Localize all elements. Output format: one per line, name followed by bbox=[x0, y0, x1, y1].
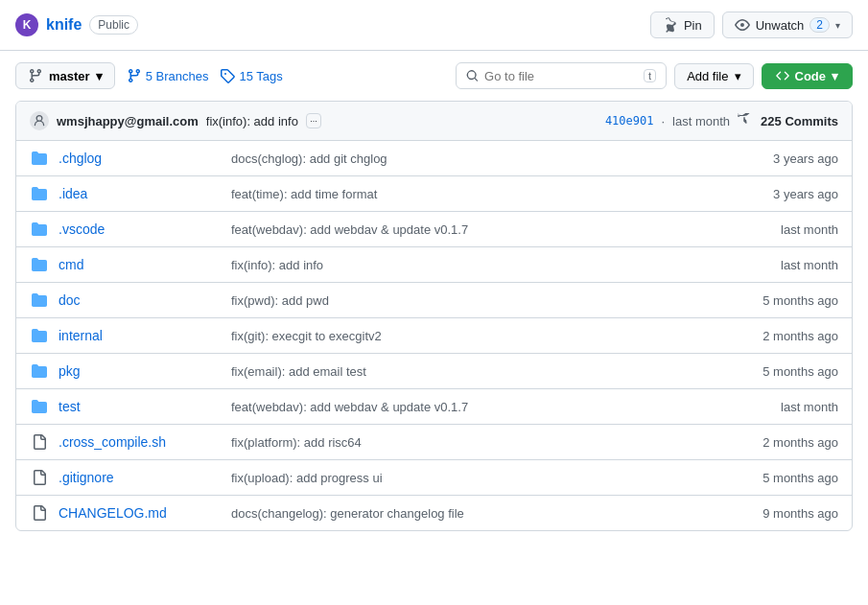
file-commit-message: fix(git): execgit to execgitv2 bbox=[231, 329, 723, 343]
table-row: .cross_compile.sh fix(platform): add ris… bbox=[16, 425, 852, 460]
table-row: .chglog docs(chglog): add git chglog 3 y… bbox=[16, 141, 852, 176]
folder-icon bbox=[32, 328, 47, 343]
search-shortcut: t bbox=[644, 69, 656, 82]
code-button[interactable]: Code ▾ bbox=[762, 63, 854, 89]
header-left: K knife Public bbox=[15, 13, 138, 36]
commit-bar: wmsjhappy@gmail.com fix(info): add info … bbox=[16, 102, 852, 141]
repo-name[interactable]: knife bbox=[46, 16, 82, 34]
folder-icon bbox=[32, 186, 47, 201]
file-name[interactable]: internal bbox=[59, 328, 231, 343]
file-time: last month bbox=[723, 222, 838, 237]
file-icon bbox=[32, 470, 47, 485]
folder-icon bbox=[32, 292, 47, 308]
repo-table: wmsjhappy@gmail.com fix(info): add info … bbox=[15, 101, 853, 531]
dropdown-arrow[interactable]: ▾ bbox=[835, 20, 840, 31]
file-time: 2 months ago bbox=[723, 435, 838, 450]
file-type-icon bbox=[30, 291, 49, 310]
file-name[interactable]: test bbox=[59, 399, 231, 414]
file-commit-message: fix(upload): add progress ui bbox=[231, 471, 723, 485]
file-commit-message: feat(time): add time format bbox=[231, 187, 723, 201]
folder-icon bbox=[32, 257, 47, 272]
file-time: last month bbox=[723, 258, 838, 272]
file-type-icon bbox=[30, 255, 49, 274]
pin-label: Pin bbox=[684, 18, 702, 33]
folder-icon bbox=[32, 363, 47, 379]
code-chevron: ▾ bbox=[832, 69, 838, 83]
commit-bar-left: wmsjhappy@gmail.com fix(info): add info … bbox=[30, 111, 321, 130]
branch-name: master bbox=[49, 69, 90, 83]
file-search[interactable]: t bbox=[456, 62, 667, 89]
history-icon bbox=[738, 113, 753, 128]
file-commit-message: fix(pwd): add pwd bbox=[231, 293, 723, 308]
tags-link[interactable]: 15 Tags bbox=[220, 68, 282, 83]
commit-author-avatar bbox=[30, 111, 49, 130]
add-file-button[interactable]: Add file ▾ bbox=[674, 63, 753, 89]
file-name[interactable]: doc bbox=[59, 292, 231, 308]
pin-button[interactable]: Pin bbox=[650, 12, 715, 38]
commit-separator: · bbox=[661, 114, 665, 128]
pin-icon bbox=[663, 17, 678, 33]
file-name[interactable]: .vscode bbox=[59, 221, 231, 237]
commit-hash[interactable]: 410e901 bbox=[605, 114, 654, 128]
branch-chevron: ▾ bbox=[96, 69, 103, 83]
folder-icon bbox=[32, 221, 47, 237]
table-row: .idea feat(time): add time format 3 year… bbox=[16, 176, 852, 212]
file-time: 5 months ago bbox=[723, 364, 838, 379]
commit-author-name[interactable]: wmsjhappy@gmail.com bbox=[57, 114, 199, 128]
table-row: cmd fix(info): add info last month bbox=[16, 247, 852, 283]
branch-selector[interactable]: master ▾ bbox=[15, 62, 115, 89]
file-type-icon bbox=[30, 397, 49, 416]
code-label: Code bbox=[795, 69, 827, 83]
add-file-label: Add file bbox=[687, 69, 728, 83]
file-name[interactable]: .gitignore bbox=[59, 470, 231, 485]
table-row: pkg fix(email): add email test 5 months … bbox=[16, 354, 852, 389]
commit-extra-icon[interactable]: ··· bbox=[306, 113, 321, 128]
repo-avatar: K bbox=[15, 13, 38, 36]
branch-icon bbox=[28, 68, 43, 83]
commit-bar-right: 410e901 · last month 225 Commits bbox=[605, 113, 838, 128]
toolbar-left: master ▾ 5 Branches 15 Tags bbox=[15, 62, 283, 89]
unwatch-button[interactable]: Unwatch 2 ▾ bbox=[722, 12, 853, 38]
file-type-icon bbox=[30, 503, 49, 523]
file-commit-message: docs(chglog): add git chglog bbox=[231, 151, 723, 166]
header-bar: K knife Public Pin Unwatch 2 ▾ bbox=[0, 0, 868, 51]
file-commit-message: feat(webdav): add webdav & update v0.1.7 bbox=[231, 400, 723, 414]
commit-extra-btn[interactable]: ··· bbox=[306, 113, 321, 128]
branches-icon bbox=[127, 68, 142, 83]
tag-icon bbox=[220, 68, 235, 83]
table-row: test feat(webdav): add webdav & update v… bbox=[16, 389, 852, 425]
file-time: 5 months ago bbox=[723, 471, 838, 485]
visibility-badge: Public bbox=[89, 15, 138, 35]
toolbar: master ▾ 5 Branches 15 Tags t Add file ▾… bbox=[0, 51, 868, 101]
file-time: 5 months ago bbox=[723, 293, 838, 308]
table-row: .gitignore fix(upload): add progress ui … bbox=[16, 460, 852, 496]
file-commit-message: feat(webdav): add webdav & update v0.1.7 bbox=[231, 222, 723, 237]
file-name[interactable]: cmd bbox=[59, 257, 231, 272]
file-name[interactable]: .cross_compile.sh bbox=[59, 434, 231, 450]
file-commit-message: fix(email): add email test bbox=[231, 364, 723, 379]
commits-link[interactable]: 225 Commits bbox=[761, 114, 838, 128]
file-time: 3 years ago bbox=[723, 151, 838, 166]
search-input[interactable] bbox=[484, 69, 638, 83]
file-type-icon bbox=[30, 432, 49, 452]
file-time: 9 months ago bbox=[723, 506, 838, 521]
file-name[interactable]: pkg bbox=[59, 363, 231, 379]
file-commit-message: fix(platform): add risc64 bbox=[231, 435, 723, 450]
file-name[interactable]: .idea bbox=[59, 186, 231, 201]
file-time: 2 months ago bbox=[723, 329, 838, 343]
header-right: Pin Unwatch 2 ▾ bbox=[650, 12, 853, 38]
file-type-icon bbox=[30, 184, 49, 203]
folder-icon bbox=[32, 399, 47, 414]
tags-label: 15 Tags bbox=[239, 69, 282, 83]
commit-time: last month bbox=[672, 114, 730, 128]
branches-link[interactable]: 5 Branches bbox=[127, 68, 209, 83]
add-file-chevron: ▾ bbox=[735, 69, 741, 83]
commit-message[interactable]: fix(info): add info bbox=[206, 114, 298, 128]
search-icon bbox=[466, 68, 479, 83]
file-commit-message: fix(info): add info bbox=[231, 258, 723, 272]
unwatch-label: Unwatch bbox=[756, 18, 805, 33]
toolbar-right: t Add file ▾ Code ▾ bbox=[456, 62, 853, 89]
file-name[interactable]: CHANGELOG.md bbox=[59, 505, 231, 521]
file-name[interactable]: .chglog bbox=[59, 151, 231, 166]
unwatch-count[interactable]: 2 bbox=[809, 17, 830, 33]
